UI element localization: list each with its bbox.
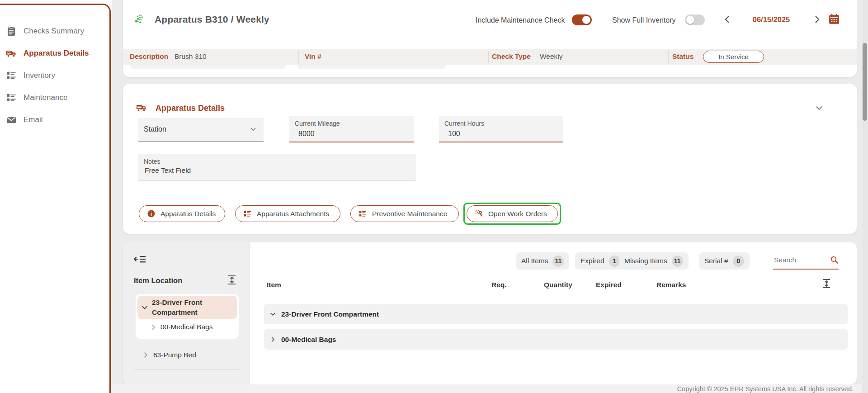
chevron-down-icon [269,311,276,317]
group-row-label: 23-Driver Front Compartment [281,310,379,318]
collapse-section-chevron-icon[interactable] [814,103,825,113]
tree-node-label: 00-Medical Bags [160,323,212,331]
divider [134,369,240,369]
item-location-panel: Item Location 23-Driver Front Compartmen… [123,242,250,384]
button-label: Apparatus Details [160,210,216,218]
clipped-field [130,65,286,69]
footer: Copyright © 2025 EPR Systems USA Inc. Al… [112,384,868,393]
email-icon [6,114,17,125]
column-header-req: Req. [491,281,507,289]
current-hours-field[interactable]: Current Hours 100 [439,116,563,142]
filter-missing-items[interactable]: Missing Items 11 [619,252,689,270]
filter-label: Expired [580,257,604,265]
description-label: Description [130,52,168,61]
check-header-card: Apparatus B310 / Weekly Include Maintena… [123,0,857,77]
apparatus-details-card: Apparatus Details Station Current Mileag… [123,84,857,234]
filter-label: Missing Items [624,257,667,265]
apparatus-info-row: Description Brush 310 Vin # Check Type W… [123,49,857,65]
tree-node-medical-bags[interactable]: 00-Medical Bags [137,319,237,331]
filter-label: All Items [521,257,548,265]
current-mileage-value: 8000 [298,130,315,138]
include-maintenance-check-toggle[interactable] [572,14,592,25]
sidebar-item-inventory[interactable]: Inventory [0,64,109,86]
current-hours-value: 100 [448,130,460,138]
divider [298,51,299,63]
fire-truck-icon [136,102,147,113]
current-mileage-label: Current Mileage [295,120,340,127]
inventory-list-icon [6,70,17,81]
apparatus-attachments-button[interactable]: Apparatus Attachments [235,205,340,222]
clipboard-icon [6,26,17,37]
section-title: Apparatus Details [156,104,225,113]
page-title: Apparatus B310 / Weekly [155,14,269,25]
filter-serial[interactable]: Serial # 0 [699,252,750,270]
expand-all-icon[interactable] [227,275,236,285]
sidebar-item-checks-summary[interactable]: Checks Summary [0,20,109,42]
toggle-knob [686,16,694,24]
sidebar-item-label: Email [24,115,43,124]
info-icon [147,209,156,218]
clipped-field [297,65,446,69]
sidebar: Checks Summary Apparatus Details Invento… [0,0,112,393]
filter-all-items[interactable]: All Items 11 [516,252,569,270]
sidebar-item-label: Checks Summary [24,27,84,36]
filter-expired[interactable]: Expired 1 [575,252,626,270]
tree-node-driver-front-compartment[interactable]: 23-Driver Front Compartment [137,296,237,319]
collapse-panel-icon[interactable] [134,254,146,264]
button-label: Preventive Maintenance [372,210,447,218]
count-badge: 1 [609,256,620,267]
chevron-right-icon [269,336,276,343]
notes-label: Notes [144,158,160,165]
calendar-icon[interactable] [828,13,840,25]
check-type-value: Weekly [540,52,563,61]
column-header-remarks: Remarks [656,281,686,289]
column-header-item: Item [267,281,281,289]
previous-date-chevron-icon[interactable] [722,14,732,24]
table-group-row-medical-bags[interactable]: 00-Medical Bags [264,329,848,350]
apparatus-details-button[interactable]: Apparatus Details [139,205,225,222]
search-icon[interactable] [830,256,839,264]
check-type-label: Check Type [492,52,531,61]
chevron-down-icon [141,304,148,311]
include-maintenance-check-label: Include Maintenance Check [476,16,565,24]
page-scrollbar-thumb[interactable] [863,43,867,121]
current-mileage-field[interactable]: Current Mileage 8000 [289,116,414,142]
inventory-card: Item Location 23-Driver Front Compartmen… [123,242,857,384]
divider [668,51,669,63]
search-underline [773,269,839,270]
tree-node-pump-bed[interactable]: 63-Pump Bed [142,351,196,359]
list-icon [243,209,252,218]
expand-all-rows-icon[interactable] [822,279,831,289]
filter-label: Serial # [704,257,728,265]
sidebar-nav: Checks Summary Apparatus Details Invento… [0,20,109,131]
status-badge: In Service [703,51,764,63]
station-select[interactable]: Station [138,118,264,142]
notes-field[interactable]: Notes Free Text Field [138,154,416,181]
next-date-chevron-icon[interactable] [812,14,822,24]
current-hours-label: Current Hours [444,120,484,127]
toggle-knob [582,16,590,24]
table-group-row-driver-front-compartment[interactable]: 23-Driver Front Compartment [264,304,848,324]
chevron-down-icon [249,125,257,133]
sidebar-item-apparatus-details[interactable]: Apparatus Details [0,42,109,64]
chevron-right-icon [142,351,149,359]
open-work-orders-button[interactable]: Open Work Orders [467,205,558,222]
check-date[interactable]: 06/15/2025 [744,15,798,24]
button-label: Apparatus Attachments [257,210,329,218]
page-scrollbar-track[interactable] [862,0,868,393]
show-full-inventory-toggle[interactable] [685,14,705,25]
tree-node-label: 23-Driver Front Compartment [152,298,234,317]
count-badge: 11 [552,256,564,267]
notes-value: Free Text Field [145,166,191,175]
preventive-maintenance-button[interactable]: Preventive Maintenance [350,205,459,222]
item-location-title: Item Location [134,276,182,285]
column-header-expired: Expired [596,281,622,289]
search-input[interactable] [773,254,829,268]
sidebar-item-label: Inventory [24,71,55,80]
sidebar-item-maintenance[interactable]: Maintenance [0,86,109,109]
tree-node-label: 63-Pump Bed [153,351,196,359]
sidebar-item-email[interactable]: Email [0,109,109,131]
fire-truck-icon [6,48,17,59]
description-value: Brush 310 [175,52,207,61]
location-tree: 23-Driver Front Compartment 00-Medical B… [136,294,239,339]
